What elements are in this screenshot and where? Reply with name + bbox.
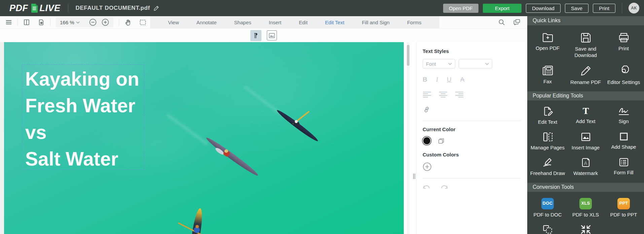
- export-button[interactable]: Export: [483, 4, 522, 13]
- document-title: DEFAULT DOCUMENT.pdf: [76, 5, 150, 11]
- menu-icon[interactable]: [5, 20, 12, 25]
- paragraph-mode-button[interactable]: ¶: [250, 30, 261, 41]
- scrollbar-track[interactable]: [407, 42, 409, 234]
- tab-fill-and-sign[interactable]: Fill and Sign: [353, 20, 398, 25]
- form-fill-icon: [618, 157, 629, 167]
- signature-icon: [618, 106, 630, 116]
- align-left-icon[interactable]: [423, 91, 431, 98]
- link-icon[interactable]: [423, 106, 431, 114]
- comments-icon[interactable]: [513, 19, 521, 26]
- gear-icon: [618, 65, 630, 77]
- italic-button[interactable]: I: [436, 76, 438, 83]
- tab-annotate[interactable]: Annotate: [188, 20, 225, 25]
- document-heading-text[interactable]: Kayaking on Fresh Water vs Salt Water: [25, 66, 139, 172]
- kayaker-head: [195, 225, 199, 228]
- copy-color-icon[interactable]: [438, 138, 444, 144]
- quick-link-fax[interactable]: Fax: [529, 62, 567, 89]
- toolbar-right-icons: [498, 19, 527, 26]
- strikethrough-button[interactable]: A: [460, 76, 465, 83]
- pdf-live-logo[interactable]: PDF LIVE: [9, 3, 61, 13]
- zoom-out-icon[interactable]: [89, 18, 97, 26]
- add-text-icon: T: [581, 106, 591, 116]
- toolbar-divider: [50, 19, 50, 26]
- zoom-in-icon[interactable]: [101, 18, 109, 26]
- kayaker-hat: [295, 120, 298, 123]
- open-pdf-button[interactable]: Open PDF: [443, 4, 478, 13]
- tool-freehand-draw[interactable]: Freehand Draw: [529, 154, 567, 180]
- quick-link-save-and-download[interactable]: Save and Download: [567, 29, 605, 62]
- align-center-icon[interactable]: [439, 91, 448, 98]
- heading-line: vs: [25, 119, 139, 146]
- svg-text:A: A: [584, 160, 587, 166]
- quick-link-rename-pdf[interactable]: Rename PDF: [567, 62, 605, 89]
- tool-watermark[interactable]: A Watermark: [567, 154, 605, 180]
- toolbar: 166 % View: [0, 16, 527, 29]
- kayak-wake: [166, 114, 209, 146]
- save-button[interactable]: Save: [565, 4, 588, 13]
- xls-badge-icon: XLS: [579, 198, 592, 209]
- undo-icon[interactable]: [423, 184, 432, 192]
- page-navigation-icon[interactable]: [38, 19, 45, 26]
- watermark-icon: A: [581, 157, 591, 168]
- tab-forms[interactable]: Forms: [398, 20, 430, 25]
- font-size-select[interactable]: [459, 59, 492, 68]
- zoom-level-value: 166 %: [60, 20, 74, 25]
- quick-link-print[interactable]: Print: [605, 29, 643, 62]
- doc-badge-icon: DOC: [541, 198, 554, 209]
- zoom-controls: 166 %: [56, 17, 113, 27]
- header-actions: Open PDF Export Download Save Print AK: [443, 3, 639, 13]
- editing-tools-header: Popular Editing Tools: [527, 91, 644, 100]
- tab-insert[interactable]: Insert: [260, 20, 290, 25]
- header: PDF LIVE DEFAULT DOCUMENT.pdf Open PDF E…: [0, 0, 644, 16]
- tool-sign[interactable]: Sign: [605, 103, 643, 129]
- quick-link-open-pdf[interactable]: Open PDF: [529, 29, 567, 62]
- page-margin: [0, 42, 4, 234]
- tab-shapes[interactable]: Shapes: [225, 20, 260, 25]
- tool-compress-pdf[interactable]: Compress PDF: [567, 221, 605, 234]
- align-right-icon[interactable]: [455, 91, 464, 98]
- scrollbar-thumb[interactable]: [407, 45, 409, 66]
- convert-pdf-to-ppt[interactable]: PPT PDF to PPT: [605, 195, 643, 222]
- print-button[interactable]: Print: [593, 4, 615, 13]
- panel-resize-handle[interactable]: [413, 174, 415, 179]
- current-color-label: Current Color: [423, 126, 521, 132]
- convert-pdf-to-xls[interactable]: XLS PDF to XLS: [567, 195, 605, 222]
- tab-edit-text[interactable]: Edit Text: [316, 20, 353, 25]
- redo-icon[interactable]: [439, 184, 448, 192]
- search-icon[interactable]: [498, 19, 505, 26]
- canvas-gutter: [404, 42, 416, 234]
- font-family-select[interactable]: Font: [423, 59, 455, 68]
- conversion-tools-header: Conversion Tools: [527, 183, 644, 192]
- tools-sidebar: Quick Links Open PDF Save and Download P…: [527, 16, 644, 234]
- tool-manage-pages[interactable]: Manage Pages: [529, 129, 567, 154]
- tab-view[interactable]: View: [159, 20, 188, 25]
- avatar[interactable]: AK: [629, 3, 639, 13]
- tab-edit[interactable]: Edit: [290, 20, 316, 25]
- chevron-down-icon: [485, 63, 489, 65]
- panel-title: Text Styles: [423, 48, 521, 54]
- download-button[interactable]: Download: [526, 4, 561, 13]
- current-color-swatch[interactable]: [423, 137, 431, 145]
- underline-button[interactable]: U: [447, 76, 452, 83]
- save-icon: [580, 32, 592, 43]
- page-layout-icon[interactable]: [23, 19, 30, 26]
- folder-plus-icon: [542, 32, 554, 43]
- tool-insert-image[interactable]: Insert Image: [567, 129, 605, 154]
- tool-form-fill[interactable]: Form Fill: [605, 154, 643, 180]
- tool-merge-pdf[interactable]: Merge PDF: [529, 221, 567, 234]
- hand-tool-icon[interactable]: [124, 19, 132, 26]
- tool-add-text[interactable]: T Add Text: [567, 103, 605, 129]
- zoom-level-dropdown[interactable]: 166 %: [60, 20, 80, 25]
- bold-button[interactable]: B: [423, 76, 427, 83]
- fax-icon: [542, 65, 554, 76]
- marquee-select-icon[interactable]: [140, 20, 146, 25]
- kayak-wake: [244, 86, 283, 116]
- rename-pencil-icon[interactable]: [153, 5, 159, 11]
- image-mode-button[interactable]: [267, 30, 277, 40]
- pdf-canvas[interactable]: Kayaking on Fresh Water vs Salt Water: [4, 42, 404, 234]
- add-custom-color-icon[interactable]: [423, 162, 432, 171]
- convert-pdf-to-doc[interactable]: DOC PDF to DOC: [529, 195, 567, 222]
- quick-link-editor-settings[interactable]: Editor Settings: [605, 62, 643, 89]
- tool-add-shape[interactable]: Add Shape: [605, 129, 643, 154]
- tool-edit-text[interactable]: Edit Text: [529, 103, 567, 129]
